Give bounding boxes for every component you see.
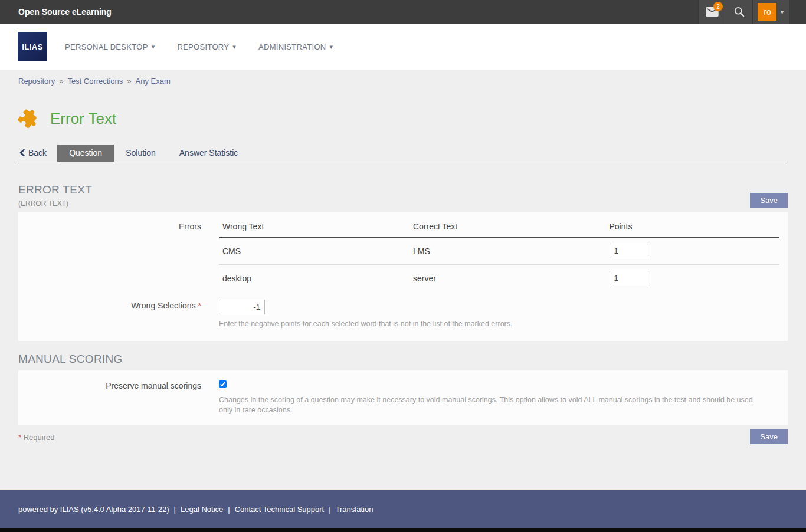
nav-label: PERSONAL DESKTOP — [65, 42, 148, 51]
top-bar: Open Source eLearning 2 ro ▾ — [0, 0, 806, 24]
required-asterisk: * — [198, 301, 201, 310]
page-content: Repository»Test Corrections»Any Exam Err… — [0, 70, 806, 490]
tab-bar: Back Question Solution Answer Statistic — [18, 145, 788, 162]
manual-scoring-help: Changes in the scoring of a question may… — [219, 395, 762, 415]
back-button[interactable]: Back — [18, 145, 57, 162]
user-avatar[interactable]: ro — [758, 3, 776, 21]
search-icon — [734, 6, 745, 17]
back-label: Back — [28, 148, 47, 157]
app-title: Open Source eLearning — [0, 7, 698, 17]
errors-table: Wrong Text Correct Text Points CMS LMS d… — [219, 221, 779, 291]
search-button[interactable] — [726, 0, 752, 24]
col-header-correct-text: Correct Text — [409, 221, 606, 238]
powered-by-text: powered by ILIAS (v5.4.0 Alpha 2017-11-2… — [18, 505, 169, 514]
section-title: MANUAL SCORING — [18, 353, 123, 366]
ilias-logo[interactable]: ILIAS — [18, 32, 47, 61]
table-row: desktop server — [219, 265, 779, 292]
bottom-strip — [0, 528, 806, 532]
main-nav: PERSONAL DESKTOP ▾ REPOSITORY ▾ ADMINIST… — [65, 42, 333, 51]
wrong-text-cell: desktop — [219, 265, 409, 292]
section-subtitle: (ERROR TEXT) — [18, 199, 92, 208]
wrong-selections-row: Wrong Selections * Enter the negative po… — [18, 300, 779, 329]
manual-scoring-section-header: MANUAL SCORING — [0, 341, 806, 370]
save-button-top[interactable]: Save — [750, 193, 788, 208]
correct-text-cell: server — [409, 265, 606, 292]
wrong-text-cell: CMS — [219, 238, 409, 265]
nav-label: REPOSITORY — [177, 42, 229, 51]
preserve-manual-scorings-label: Preserve manual scorings — [18, 380, 219, 415]
save-button-bottom[interactable]: Save — [750, 429, 788, 444]
footer-link-legal-notice[interactable]: Legal Notice — [181, 505, 223, 514]
errors-row: Errors Wrong Text Correct Text Points CM… — [18, 221, 779, 291]
footer-link-translation[interactable]: Translation — [336, 505, 373, 514]
wrong-selections-input[interactable] — [219, 300, 265, 314]
breadcrumb-test-corrections[interactable]: Test Corrections — [67, 77, 123, 86]
puzzle-icon — [18, 108, 40, 129]
chevron-down-icon: ▾ — [232, 43, 236, 51]
breadcrumb-any-exam[interactable]: Any Exam — [136, 77, 171, 86]
footer: powered by ILIAS (v5.4.0 Alpha 2017-11-2… — [0, 490, 806, 528]
breadcrumb: Repository»Test Corrections»Any Exam — [0, 70, 806, 86]
mail-badge: 2 — [713, 2, 723, 11]
nav-administration[interactable]: ADMINISTRATION ▾ — [258, 42, 333, 51]
error-text-form-panel: Errors Wrong Text Correct Text Points CM… — [18, 212, 788, 341]
tab-question[interactable]: Question — [57, 145, 114, 162]
error-text-section-header: ERROR TEXT (ERROR TEXT) Save — [0, 162, 806, 212]
breadcrumb-repository[interactable]: Repository — [18, 77, 55, 86]
table-row: CMS LMS — [219, 238, 779, 265]
points-input-row2[interactable] — [610, 271, 648, 285]
section-title: ERROR TEXT — [18, 183, 92, 196]
page-title: Error Text — [50, 110, 116, 128]
nav-repository[interactable]: REPOSITORY ▾ — [177, 42, 236, 51]
header: ILIAS PERSONAL DESKTOP ▾ REPOSITORY ▾ AD… — [0, 24, 806, 70]
breadcrumb-separator: » — [59, 77, 63, 86]
wrong-selections-label: Wrong Selections * — [18, 300, 219, 329]
chevron-down-icon: ▾ — [152, 43, 155, 51]
chevron-down-icon: ▾ — [780, 8, 784, 16]
title-row: Error Text — [0, 86, 806, 129]
correct-text-cell: LMS — [409, 238, 606, 265]
user-menu[interactable]: ro ▾ — [752, 0, 789, 24]
preserve-manual-scorings-row: Preserve manual scorings Changes in the … — [18, 380, 779, 415]
nav-personal-desktop[interactable]: PERSONAL DESKTOP ▾ — [65, 42, 155, 51]
required-note: * Required — [18, 429, 54, 442]
tab-solution[interactable]: Solution — [114, 145, 168, 162]
points-input-row1[interactable] — [610, 244, 648, 258]
required-asterisk: * — [18, 433, 21, 442]
top-icon-group: 2 ro ▾ — [698, 0, 789, 24]
mail-button[interactable]: 2 — [698, 0, 726, 24]
col-header-points: Points — [606, 221, 780, 238]
required-label: Required — [24, 433, 55, 442]
wrong-selections-help: Enter the negative points for each selec… — [219, 319, 762, 329]
label-text: Wrong Selections — [131, 301, 195, 310]
nav-label: ADMINISTRATION — [258, 42, 326, 51]
footer-separator: | — [174, 505, 176, 514]
footer-link-contact-support[interactable]: Contact Technical Support — [235, 505, 325, 514]
form-footer-row: * Required Save — [0, 425, 806, 444]
errors-table-header-row: Wrong Text Correct Text Points — [219, 221, 779, 238]
footer-separator: | — [228, 505, 230, 514]
footer-separator: | — [329, 505, 330, 514]
tab-answer-statistic[interactable]: Answer Statistic — [168, 145, 250, 162]
manual-scoring-panel: Preserve manual scorings Changes in the … — [18, 370, 788, 425]
preserve-manual-scorings-checkbox[interactable] — [219, 380, 227, 388]
col-header-wrong-text: Wrong Text — [219, 221, 409, 238]
errors-label: Errors — [18, 221, 219, 291]
breadcrumb-separator: » — [127, 77, 131, 86]
chevron-left-icon — [19, 149, 25, 156]
chevron-down-icon: ▾ — [330, 43, 333, 51]
